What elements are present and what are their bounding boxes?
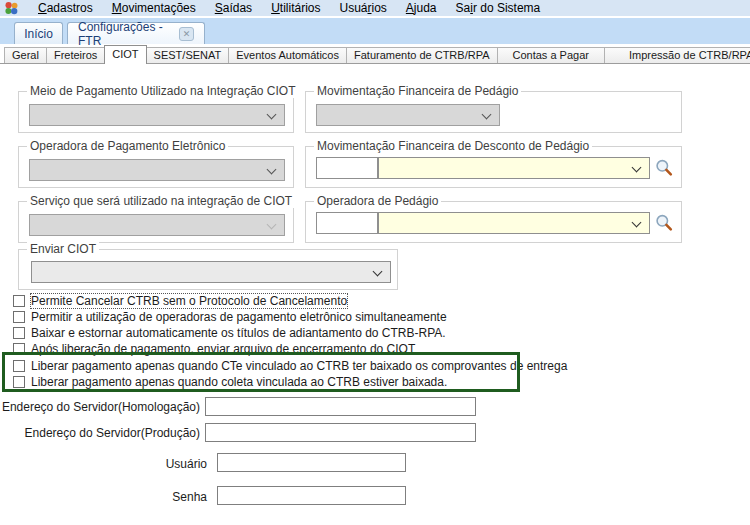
menu-movimentacoes[interactable]: Movimentações [112,1,196,15]
checkbox-label: Liberar pagamento apenas quando CTe vinc… [31,359,567,373]
group-legend: Operadora de Pedágio [314,194,441,208]
mov-desconto-code-input[interactable] [316,157,378,179]
group-enviar-ciot: Enviar CIOT [18,249,398,290]
tab-impressao-ctrb-rpa[interactable]: Impressão de CTRB/RPA [604,47,750,63]
checkbox-label: Após liberação de pagamento, enviar arqu… [31,342,415,356]
tab-faturamento-ctrb-rpa[interactable]: Faturamento de CTRB/RPA [346,47,498,63]
chevron-down-icon [632,163,642,173]
homologacao-label: Endereço do Servidor(Homologação) [0,398,200,416]
checkbox-label: Baixar e estornar automaticamente os tít… [31,326,446,340]
chevron-down-icon [632,218,642,228]
tab-ciot[interactable]: CIOT [104,45,146,64]
checkbox[interactable] [13,295,25,307]
group-legend: Operadora de Pagamento Eletrônico [27,139,228,153]
checkbox-row-operadoras-simultaneas[interactable]: Permitir a utilização de operadoras de p… [13,309,447,324]
menu-sair-do-sistema[interactable]: Sair do Sistema [456,1,541,15]
tab-inicio[interactable]: Início [14,22,63,44]
chevron-down-icon [482,110,492,120]
group-mov-desconto-pedagio: Movimentação Financeira de Desconto de P… [305,146,682,188]
tab-sest-senat[interactable]: SEST/SENAT [146,47,230,63]
group-operadora-pagamento: Operadora de Pagamento Eletrônico [18,146,294,188]
document-tab-strip: Início Configurações -FTR ✕ [0,18,750,44]
senha-input[interactable] [217,486,406,505]
checkbox-row-liberar-coleta-baixada[interactable]: Liberar pagamento apenas quando coleta v… [13,374,447,389]
producao-label: Endereço do Servidor(Produção) [0,424,200,442]
app-window: Cadastros Movimentações Saídas Utilitári… [0,0,750,525]
operadora-pedagio-code-input[interactable] [316,212,378,234]
search-icon[interactable] [654,213,674,233]
tab-configuracoes-ftr[interactable]: Configurações -FTR ✕ [67,22,205,44]
meio-pagamento-select[interactable] [29,104,285,126]
close-icon[interactable]: ✕ [179,27,194,41]
group-legend: Movimentação Financeira de Pedágio [314,84,521,98]
tab-eventos-automaticos[interactable]: Eventos Automáticos [228,47,347,63]
checkbox[interactable] [13,311,25,323]
group-legend: Serviço que será utilizado na integração… [27,194,295,208]
chevron-down-icon [267,220,277,230]
menu-usuarios[interactable]: Usuários [339,1,386,15]
menu-ajuda[interactable]: Ajuda [406,1,437,15]
menu-bar: Cadastros Movimentações Saídas Utilitári… [0,0,750,16]
checkbox-row-arquivo-encerramento[interactable]: Após liberação de pagamento, enviar arqu… [13,341,415,356]
checkbox[interactable] [13,376,25,388]
servico-ciot-select[interactable] [29,214,285,236]
menu-cadastros[interactable]: Cadastros [38,1,93,15]
app-logo-icon [4,1,19,15]
senha-label: Senha [0,488,207,506]
subtab-bar: Geral Freteiros CIOT SEST/SENAT Eventos … [4,45,750,64]
tab-geral[interactable]: Geral [4,47,47,63]
chevron-down-icon [373,267,383,277]
mov-desconto-combo[interactable] [378,157,650,179]
group-legend: Meio de Pagamento Utilizado na Integraçã… [27,84,298,98]
checkbox-row-cancelar-ctrb[interactable]: Permite Cancelar CTRB sem o Protocolo de… [13,293,347,308]
checkbox-label: Permite Cancelar CTRB sem o Protocolo de… [31,294,347,308]
operadora-pedagio-combo[interactable] [378,212,650,234]
mov-pedagio-select[interactable] [316,104,500,126]
group-legend: Enviar CIOT [27,242,99,256]
checkbox-label: Permitir a utilização de operadoras de p… [31,310,447,324]
checkbox[interactable] [13,327,25,339]
endereco-producao-input[interactable] [205,423,476,442]
group-mov-pedagio: Movimentação Financeira de Pedágio [305,91,682,133]
usuario-label: Usuário [0,455,207,473]
checkbox-row-baixar-estornar[interactable]: Baixar e estornar automaticamente os tít… [13,325,446,340]
checkbox[interactable] [13,343,25,355]
group-legend: Movimentação Financeira de Desconto de P… [314,139,592,153]
chevron-down-icon [267,110,277,120]
checkbox-label: Liberar pagamento apenas quando coleta v… [31,375,447,389]
enviar-ciot-select[interactable] [31,261,391,283]
checkbox-row-liberar-cte-comprovantes[interactable]: Liberar pagamento apenas quando CTe vinc… [13,358,567,373]
group-meio-pagamento: Meio de Pagamento Utilizado na Integraçã… [18,91,294,133]
operadora-pagamento-select[interactable] [29,159,285,181]
tab-contas-a-pagar[interactable]: Contas a Pagar [497,47,605,63]
usuario-input[interactable] [217,453,406,472]
menu-utilitarios[interactable]: Utilitários [271,1,320,15]
chevron-down-icon [267,165,277,175]
search-icon[interactable] [654,158,674,178]
endereco-homologacao-input[interactable] [205,397,476,416]
group-servico-ciot: Serviço que será utilizado na integração… [18,201,294,243]
checkbox[interactable] [13,360,25,372]
tab-freteiros[interactable]: Freteiros [46,47,105,63]
menu-saidas[interactable]: Saídas [215,1,252,15]
group-operadora-pedagio: Operadora de Pedágio [305,201,682,243]
